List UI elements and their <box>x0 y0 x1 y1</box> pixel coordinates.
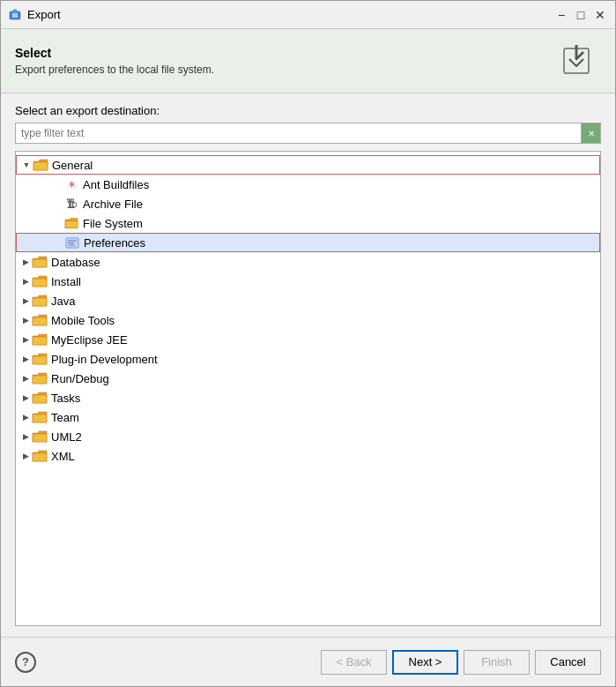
tree-item-uml2-label: UML2 <box>51 430 82 444</box>
tree-item-plugin-dev-label: Plug-in Development <box>51 353 158 366</box>
cancel-button[interactable]: Cancel <box>535 650 601 675</box>
filter-wrapper: ✕ <box>15 123 601 144</box>
folder-icon-plugin-dev <box>32 353 48 365</box>
ant-icon: ✳ <box>63 178 79 190</box>
tree-item-run-debug[interactable]: ▶ Run/Debug <box>16 369 600 388</box>
folder-icon-myeclipse-jee <box>32 333 48 346</box>
back-button[interactable]: < Back <box>321 650 387 675</box>
folder-icon-run-debug <box>32 372 48 385</box>
folder-icon-database <box>32 256 48 268</box>
tree-item-ant-label: Ant Buildfiles <box>83 178 149 191</box>
folder-icon-java <box>32 295 48 307</box>
folder-icon-fs <box>63 217 79 229</box>
filter-label: Select an export destination: <box>15 104 601 117</box>
next-button[interactable]: Next > <box>392 650 458 675</box>
tree-item-mobile-tools[interactable]: ▶ Mobile Tools <box>16 310 600 330</box>
tree-item-run-debug-label: Run/Debug <box>51 372 109 385</box>
footer-buttons: < Back Next > Finish Cancel <box>321 650 601 675</box>
app-icon <box>8 8 22 22</box>
expand-icon-uml2: ▶ <box>19 430 32 443</box>
filter-input[interactable] <box>15 123 582 144</box>
export-dialog: Export − □ ✕ Select Export preferences t… <box>0 0 616 687</box>
tree-item-java-label: Java <box>51 295 75 308</box>
tree-item-mobile-tools-label: Mobile Tools <box>51 314 115 327</box>
tree-item-install-label: Install <box>51 275 81 288</box>
finish-button[interactable]: Finish <box>464 650 530 675</box>
folder-icon-mobile-tools <box>32 314 48 326</box>
expand-icon-myeclipse-jee: ▶ <box>19 333 32 346</box>
header-subtitle: Export preferences to the local file sys… <box>15 63 214 76</box>
tree-item-java[interactable]: ▶ Java <box>16 291 600 310</box>
close-button[interactable]: ✕ <box>592 7 608 23</box>
window-controls: − □ ✕ <box>553 7 608 23</box>
tree-item-plugin-dev[interactable]: ▶ Plug-in Development <box>16 349 600 369</box>
maximize-button[interactable]: □ <box>573 7 589 23</box>
expand-icon-database: ▶ <box>19 256 32 268</box>
tree-item-myeclipse-jee[interactable]: ▶ MyEclipse JEE <box>16 330 600 349</box>
tree-item-tasks[interactable]: ▶ Tasks <box>16 388 600 407</box>
tree-item-archive-file[interactable]: 🗜 Archive File <box>16 194 600 213</box>
folder-icon-install <box>32 275 48 287</box>
title-bar: Export − □ ✕ <box>1 1 615 29</box>
tree-item-general[interactable]: ▼ General <box>16 155 600 175</box>
tree-item-archive-label: Archive File <box>83 198 143 211</box>
folder-icon-uml2 <box>32 430 48 443</box>
window-title: Export <box>27 8 553 21</box>
tree-item-preferences-label: Preferences <box>84 236 145 250</box>
expand-icon-tasks: ▶ <box>19 392 32 404</box>
preferences-icon <box>64 236 80 249</box>
expand-icon-java: ▶ <box>19 295 32 307</box>
tree-item-team-label: Team <box>51 411 79 424</box>
folder-icon-general <box>33 159 48 171</box>
archive-icon: 🗜 <box>63 198 79 210</box>
expand-icon-install: ▶ <box>19 275 32 287</box>
tree-item-uml2[interactable]: ▶ UML2 <box>16 427 600 446</box>
folder-icon-xml <box>32 450 48 462</box>
spacer-fs <box>51 217 63 229</box>
folder-icon-team <box>32 411 48 423</box>
tree-item-file-system-label: File System <box>83 217 143 230</box>
tree-item-xml[interactable]: ▶ XML <box>16 446 600 466</box>
svg-marker-1 <box>10 9 20 12</box>
tree-item-database-label: Database <box>51 256 100 269</box>
spacer-archive <box>51 198 63 210</box>
expand-icon-mobile-tools: ▶ <box>19 314 32 326</box>
tree-item-general-label: General <box>52 159 93 172</box>
tree-container[interactable]: ▼ General ✳ Ant Buildfiles 🗜 <box>15 151 601 626</box>
tree-item-team[interactable]: ▶ Team <box>16 407 600 427</box>
tree-item-tasks-label: Tasks <box>51 392 80 405</box>
tree-item-file-system[interactable]: File System <box>16 213 600 233</box>
tree-item-myeclipse-jee-label: MyEclipse JEE <box>51 333 128 347</box>
folder-icon-tasks <box>32 392 48 404</box>
tree-item-ant-buildfiles[interactable]: ✳ Ant Buildfiles <box>16 175 600 194</box>
tree-item-xml-label: XML <box>51 450 75 463</box>
help-button[interactable]: ? <box>15 652 36 673</box>
tree-item-preferences[interactable]: Preferences <box>16 233 600 252</box>
header-section: Select Export preferences to the local f… <box>1 29 615 93</box>
expand-icon-team: ▶ <box>19 411 32 423</box>
content-area: Select an export destination: ✕ ▼ Genera… <box>1 93 615 637</box>
spacer-ant <box>51 178 63 190</box>
header-title: Select <box>15 46 214 60</box>
expand-icon-plugin-dev: ▶ <box>19 353 32 365</box>
svg-rect-2 <box>12 13 18 18</box>
filter-clear-button[interactable]: ✕ <box>582 123 601 144</box>
expand-icon-xml: ▶ <box>19 450 32 462</box>
spacer-pref <box>52 236 64 249</box>
tree-item-database[interactable]: ▶ Database <box>16 252 600 272</box>
expand-icon-general: ▼ <box>20 159 33 171</box>
expand-icon-run-debug: ▶ <box>19 372 32 385</box>
footer: ? < Back Next > Finish Cancel <box>1 637 615 686</box>
export-icon <box>559 40 601 82</box>
minimize-button[interactable]: − <box>553 7 569 23</box>
header-text: Select Export preferences to the local f… <box>15 46 214 76</box>
tree-item-install[interactable]: ▶ Install <box>16 272 600 291</box>
